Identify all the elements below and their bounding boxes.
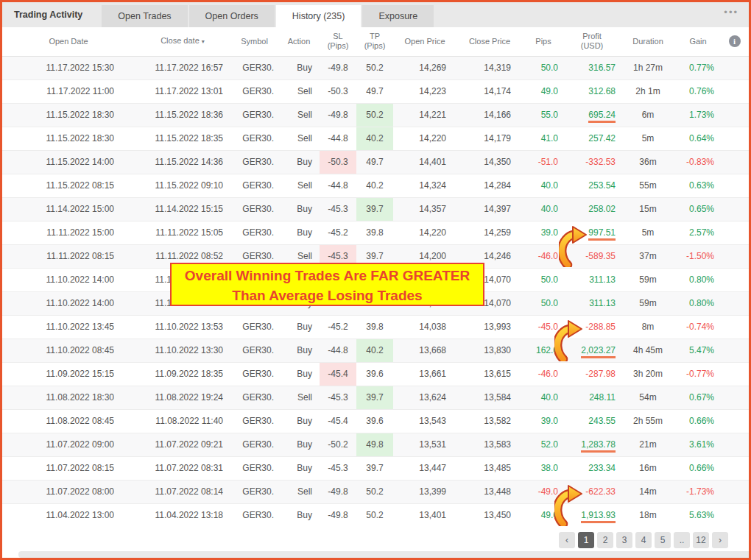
table-row[interactable]: 11.08.2022 08:4511.08.2022 11:40GER30.Bu… (2, 409, 749, 433)
col-header-pips[interactable]: Pips (523, 27, 564, 56)
cell-close-date: 11.17.2022 13:01 (135, 79, 230, 103)
table-row[interactable]: 11.07.2022 08:0011.07.2022 08:14GER30.Se… (2, 480, 749, 503)
cell-open-price: 13,661 (393, 362, 456, 386)
pagination-page-5[interactable]: 5 (655, 532, 671, 548)
cell-profit: 243.55 (564, 409, 620, 433)
cell-close-date: 11.08.2022 11:40 (135, 409, 230, 433)
cell-close-date: 11.07.2022 08:31 (135, 456, 230, 480)
col-header-sl[interactable]: SL(Pips) (320, 27, 356, 56)
horizontal-scrollbar[interactable] (18, 551, 749, 558)
cell-action: Sell (278, 103, 320, 127)
pagination-page-1[interactable]: 1 (578, 532, 594, 548)
cell-duration: 36m (620, 150, 676, 174)
cell-symbol: GER30. (230, 456, 278, 480)
table-row[interactable]: 11.14.2022 15:0011.14.2022 15:15GER30.Bu… (2, 197, 749, 221)
cell-open-date: 11.17.2022 11:00 (2, 79, 135, 103)
table-row[interactable]: 11.15.2022 14:0011.15.2022 14:36GER30.Bu… (2, 150, 749, 174)
table-row[interactable]: 11.17.2022 15:3011.17.2022 16:57GER30.Bu… (2, 56, 749, 79)
pagination-prev-button[interactable]: ‹ (559, 532, 575, 548)
ellipsis-menu-icon[interactable]: ••• (724, 7, 738, 18)
col-header-symbol[interactable]: Symbol (230, 27, 278, 56)
tab-history[interactable]: History (235) (276, 5, 362, 27)
cell-sl-pips: -45.2 (320, 221, 356, 244)
cell-gain: 0.64% (676, 127, 720, 150)
cell-action: Buy (278, 221, 320, 244)
cell-open-price: 14,220 (393, 127, 456, 150)
cell-open-date: 11.08.2022 18:30 (2, 386, 135, 409)
cell-close-price: 13,830 (456, 339, 523, 362)
cell-duration: 18m (620, 503, 676, 527)
pagination-page-3[interactable]: 3 (616, 532, 632, 548)
col-header-close-price[interactable]: Close Price (456, 27, 523, 56)
cell-close-price: 13,450 (456, 503, 523, 527)
cell-duration: 4h 45m (620, 339, 676, 362)
cell-pips: -46.0 (523, 362, 564, 386)
table-row[interactable]: 11.04.2022 13:0011.04.2022 13:18GER30.Bu… (2, 503, 749, 527)
cell-duration: 2h 1m (620, 79, 676, 103)
table-row[interactable]: 11.07.2022 09:0011.07.2022 09:21GER30.Bu… (2, 433, 749, 456)
pagination-ellipsis[interactable]: .. (674, 532, 690, 548)
table-row[interactable]: 11.15.2022 08:1511.15.2022 09:10GER30.Se… (2, 174, 749, 197)
cell-pips: 52.0 (523, 433, 564, 456)
table-row[interactable]: 11.15.2022 18:3011.15.2022 18:35GER30.Se… (2, 127, 749, 150)
cell-action: Buy (278, 197, 320, 221)
table-row[interactable]: 11.08.2022 18:3011.08.2022 19:24GER30.Se… (2, 386, 749, 409)
col-header-open-date[interactable]: Open Date (2, 27, 135, 56)
cell-spacer (720, 386, 749, 409)
cell-open-price: 14,324 (393, 174, 456, 197)
table-row[interactable]: 11.09.2022 15:1511.09.2022 18:35GER30.Bu… (2, 362, 749, 386)
cell-tp-pips: 49.8 (356, 433, 393, 456)
cell-action: Buy (278, 503, 320, 527)
cell-gain: 0.66% (676, 456, 720, 480)
col-header-close-date[interactable]: Close date ▾ (135, 27, 230, 56)
cell-action: Buy (278, 150, 320, 174)
table-row[interactable]: 11.15.2022 18:3011.15.2022 18:36GER30.Se… (2, 103, 749, 127)
cell-close-price: 14,319 (456, 56, 523, 79)
cell-tp-pips: 39.8 (356, 315, 393, 339)
cell-duration: 5m (620, 221, 676, 244)
pagination-page-4[interactable]: 4 (635, 532, 652, 548)
cell-open-date: 11.11.2022 15:00 (2, 221, 135, 244)
cell-action: Sell (278, 174, 320, 197)
cell-symbol: GER30. (230, 339, 278, 362)
col-header-open-price[interactable]: Open Price (393, 27, 456, 56)
cell-tp-pips: 50.2 (356, 503, 393, 527)
cell-symbol: GER30. (230, 56, 278, 79)
cell-open-date: 11.10.2022 14:00 (2, 268, 135, 291)
cell-spacer (720, 339, 749, 362)
cell-tp-pips: 50.2 (356, 56, 393, 79)
col-header-tp[interactable]: TP(Pips) (356, 27, 393, 56)
pagination-page-12[interactable]: 12 (693, 532, 709, 548)
cell-sl-pips: -50.3 (320, 150, 356, 174)
col-header-profit[interactable]: Profit(USD) (564, 27, 620, 56)
cell-profit: -332.53 (564, 150, 620, 174)
cell-sl-pips: -45.4 (320, 409, 356, 433)
tab-exposure[interactable]: Exposure (362, 5, 434, 27)
table-row[interactable]: 11.11.2022 15:0011.11.2022 15:05GER30.Bu… (2, 221, 749, 244)
table-row[interactable]: 11.17.2022 11:0011.17.2022 13:01GER30.Se… (2, 79, 749, 103)
col-header-duration[interactable]: Duration (620, 27, 676, 56)
col-header-gain[interactable]: Gain (676, 27, 720, 56)
table-row[interactable]: 11.10.2022 13:4511.10.2022 13:53GER30.Bu… (2, 315, 749, 339)
cell-duration: 15m (620, 197, 676, 221)
table-row[interactable]: 11.10.2022 08:4511.10.2022 13:30GER30.Bu… (2, 339, 749, 362)
cell-spacer (720, 103, 749, 127)
cell-gain: 0.77% (676, 56, 720, 79)
pagination-page-2[interactable]: 2 (597, 532, 613, 548)
info-icon[interactable]: i (729, 35, 741, 47)
curved-arrow-icon (554, 483, 582, 529)
cell-sl-pips: -49.8 (320, 503, 356, 527)
cell-sl-pips: -45.2 (320, 315, 356, 339)
cell-spacer (720, 409, 749, 433)
cell-sl-pips: -49.8 (320, 103, 356, 127)
col-header-action[interactable]: Action (278, 27, 320, 56)
pagination-next-button[interactable]: › (712, 532, 728, 548)
annotation-callout: Overall Winning Trades Are FAR GREATER T… (170, 263, 484, 306)
cell-sl-pips: -50.3 (320, 79, 356, 103)
tab-open-trades[interactable]: Open Trades (102, 5, 187, 27)
annotation-line-1: Overall Winning Trades Are FAR GREATER (172, 266, 483, 286)
table-row[interactable]: 11.07.2022 08:1511.07.2022 08:31GER30.Bu… (2, 456, 749, 480)
tab-open-orders[interactable]: Open Orders (189, 5, 275, 27)
cell-symbol: GER30. (230, 362, 278, 386)
cell-duration: 16m (620, 456, 676, 480)
